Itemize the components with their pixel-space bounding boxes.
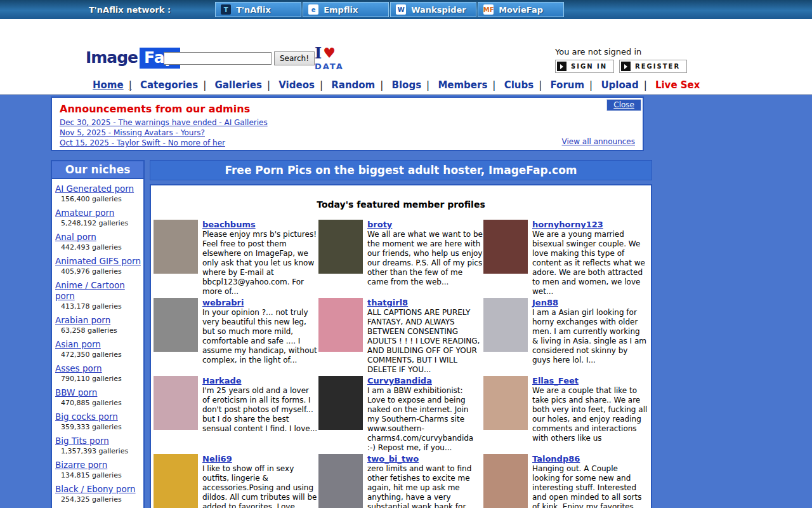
profile-thumbnail[interactable] xyxy=(483,454,528,508)
heart-icon: ♥ xyxy=(323,46,336,60)
network-site-icon: W xyxy=(396,4,406,15)
niche-link[interactable]: Big cocks porn xyxy=(55,411,141,422)
profile-thumbnail[interactable] xyxy=(318,376,363,430)
niche-item: Big Tits porn 1,357,393 galleries xyxy=(55,436,141,455)
network-site-icon: e xyxy=(308,4,318,15)
niche-gallery-count: 5,248,192 galleries xyxy=(61,219,141,227)
niche-link[interactable]: Asses porn xyxy=(55,363,141,374)
niches-title: Our niches xyxy=(51,160,145,178)
network-site-icon: T xyxy=(221,4,231,15)
profile-name-link[interactable]: beachbums xyxy=(202,220,318,229)
niche-link[interactable]: Big Tits porn xyxy=(55,436,141,446)
profile-thumbnail[interactable] xyxy=(318,220,363,274)
profile-thumbnail[interactable] xyxy=(154,298,198,352)
announcement-link[interactable]: Oct 15, 2025 - Taylor Swift - No more of… xyxy=(60,138,643,148)
profile-name-link[interactable]: Neli69 xyxy=(202,454,318,464)
profile-name-link[interactable]: thatgirl8 xyxy=(367,298,483,307)
profile-thumbnail[interactable] xyxy=(318,454,363,508)
niche-item: Bizarre porn 134,815 galleries xyxy=(55,460,141,479)
profile-name-link[interactable]: webrabri xyxy=(202,298,318,307)
site-header: ImageFap Search! I ♥ DATA You are not si… xyxy=(0,19,812,95)
niche-item: Black / Ebony porn 254,325 galleries xyxy=(55,484,141,504)
profile-thumbnail[interactable] xyxy=(154,376,198,430)
profile-description: We are a young married bisexual swinger … xyxy=(532,230,648,297)
nav-link[interactable]: Forum xyxy=(550,79,598,91)
nav-link[interactable]: Videos xyxy=(278,79,328,91)
network-site-buttons: T T'nAflix e Empflix W Wankspider MF Mov… xyxy=(215,2,565,17)
logo-text-image: Image xyxy=(86,48,138,67)
close-button[interactable]: Close xyxy=(606,99,641,111)
niche-gallery-count: 790,110 galleries xyxy=(61,375,141,383)
nav-link[interactable]: Random xyxy=(331,79,388,91)
search-button[interactable]: Search! xyxy=(274,51,315,65)
register-button[interactable]: REGISTER xyxy=(619,60,687,73)
profile-name-link[interactable]: broty xyxy=(367,220,483,229)
profile-card: beachbums Please enjoy mrs b's pictures!… xyxy=(154,220,318,298)
view-all-announces-link[interactable]: View all announces xyxy=(562,137,635,146)
niche-link[interactable]: BBW porn xyxy=(55,387,141,398)
niche-item: Asian porn 472,350 galleries xyxy=(55,339,141,359)
niche-item: Big cocks porn 359,333 galleries xyxy=(55,411,141,431)
sign-in-button[interactable]: SIGN IN xyxy=(555,60,614,73)
niche-item: Amateur porn 5,248,192 galleries xyxy=(55,208,141,227)
niche-link[interactable]: Amateur porn xyxy=(55,208,141,218)
profile-thumbnail[interactable] xyxy=(483,298,528,352)
niche-link[interactable]: AI Generated porn xyxy=(55,184,141,194)
niche-gallery-count: 156,400 galleries xyxy=(61,195,141,203)
profile-thumbnail[interactable] xyxy=(154,454,198,508)
profile-name-link[interactable]: Talondp86 xyxy=(532,454,648,464)
announcement-link[interactable]: Dec 30, 2025 - The warnings have ended -… xyxy=(60,117,643,128)
profile-thumbnail[interactable] xyxy=(154,220,198,274)
network-site-button[interactable]: e Empflix xyxy=(303,2,389,17)
niche-link[interactable]: Bizarre porn xyxy=(55,460,141,471)
niche-link[interactable]: Anime / Cartoon porn xyxy=(55,280,141,302)
profile-card: Neli69 I like to show off in sexy outfit… xyxy=(154,454,318,508)
nav-link[interactable]: Categories xyxy=(140,79,211,91)
nav-link[interactable]: Galleries xyxy=(214,79,275,91)
nav-link[interactable]: Clubs xyxy=(504,79,547,91)
niche-link[interactable]: Arabian porn xyxy=(55,315,141,326)
profile-description: We all are what we want to be the moment… xyxy=(367,230,483,287)
profile-description: I am a Asian girl looking for horny exch… xyxy=(532,308,648,365)
profile-description: zero limits and want to find other fetis… xyxy=(367,464,483,508)
profile-name-link[interactable]: Harkade xyxy=(202,376,318,385)
niche-link[interactable]: Black / Ebony porn xyxy=(55,484,141,495)
network-site-label: Wankspider xyxy=(411,5,466,15)
profile-thumbnail[interactable] xyxy=(318,298,363,352)
sign-in-label: SIGN IN xyxy=(571,63,607,70)
niche-gallery-count: 472,350 galleries xyxy=(61,351,141,359)
profile-name-link[interactable]: Ellas_Feet xyxy=(532,376,648,385)
arrow-icon xyxy=(621,62,631,71)
nav-link[interactable]: Live Sex xyxy=(655,79,700,91)
niche-item: Animated GIFS porn 405,976 galleries xyxy=(55,256,141,276)
i-love-data-logo[interactable]: I ♥ DATA xyxy=(315,46,344,70)
profile-name-link[interactable]: two_bi_two xyxy=(367,454,483,464)
nav-link[interactable]: Home xyxy=(93,79,137,91)
nav-link[interactable]: Blogs xyxy=(392,79,435,91)
profile-name-link[interactable]: hornyhorny123 xyxy=(532,220,648,229)
announcement-link[interactable]: Nov 5, 2025 - Missing Avatars - Yours? xyxy=(60,128,643,138)
nav-link[interactable]: Members xyxy=(438,79,501,91)
profile-name-link[interactable]: CurvyBandida xyxy=(367,376,483,385)
network-site-button[interactable]: MF MovieFap xyxy=(478,2,564,17)
network-site-button[interactable]: T T'nAflix xyxy=(215,2,301,17)
page-title-banner: Free Porn Pics on the biggest adult host… xyxy=(150,160,652,180)
network-site-button[interactable]: W Wankspider xyxy=(390,2,476,17)
nav-link[interactable]: Upload xyxy=(601,79,652,91)
profile-card: Ellas_Feet We are a couple that like to … xyxy=(483,376,648,454)
niche-item: Anime / Cartoon porn 413,178 galleries xyxy=(55,280,141,311)
profile-card: two_bi_two zero limits and want to find … xyxy=(318,454,483,508)
niche-item: Anal porn 442,493 galleries xyxy=(55,232,141,251)
search-input[interactable] xyxy=(164,52,272,65)
profile-name-link[interactable]: Jen88 xyxy=(532,298,648,307)
logo-data-text: DATA xyxy=(315,62,344,70)
niche-link[interactable]: Asian porn xyxy=(55,339,141,350)
profile-thumbnail[interactable] xyxy=(483,376,528,430)
main-content: Today's featured member profiles beachbu… xyxy=(150,184,652,508)
niche-gallery-count: 63,258 galleries xyxy=(61,326,141,335)
network-site-label: Empflix xyxy=(324,5,358,15)
niche-link[interactable]: Anal porn xyxy=(55,232,141,243)
profile-thumbnail[interactable] xyxy=(483,220,528,274)
niche-link[interactable]: Animated GIFS porn xyxy=(55,256,141,267)
niche-gallery-count: 359,333 galleries xyxy=(61,423,141,431)
